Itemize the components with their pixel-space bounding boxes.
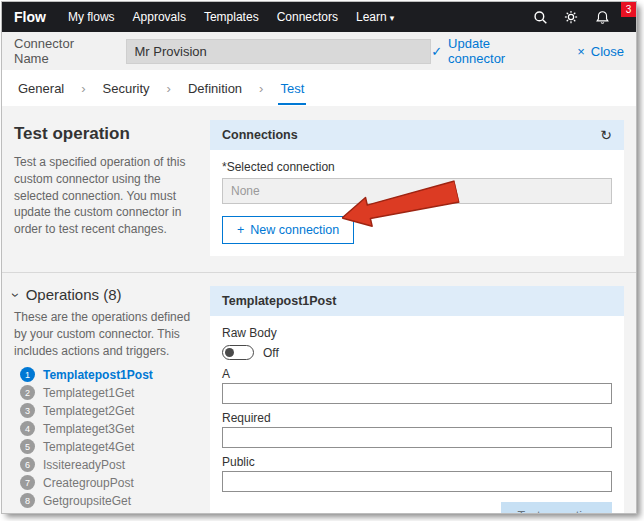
connector-header-bar: Connector Name ✓Update connector ×Close bbox=[2, 32, 636, 70]
operation-panel-header: Templatepost1Post bbox=[210, 286, 624, 316]
operation-item-templateget1get[interactable]: 2Templateget1Get bbox=[20, 385, 196, 400]
new-connection-button[interactable]: +New connection bbox=[222, 216, 354, 244]
field-label-required: Required bbox=[222, 411, 612, 425]
operation-number-badge: 4 bbox=[20, 421, 35, 436]
top-navigation-bar: Flow My flows Approvals Templates Connec… bbox=[2, 2, 636, 32]
close-button[interactable]: ×Close bbox=[577, 44, 624, 59]
connector-wizard-tabs: General › Security › Definition › Test bbox=[2, 70, 636, 106]
operation-number-badge: 7 bbox=[20, 475, 35, 490]
tab-definition[interactable]: Definition bbox=[186, 71, 244, 105]
raw-body-label: Raw Body bbox=[222, 326, 612, 340]
tab-general[interactable]: General bbox=[16, 71, 66, 105]
new-connection-label: New connection bbox=[250, 223, 339, 237]
flow-brand-logo[interactable]: Flow bbox=[14, 9, 46, 25]
selected-connection-label: *Selected connection bbox=[222, 160, 612, 174]
connections-panel-title: Connections bbox=[222, 128, 298, 142]
field-input-a[interactable] bbox=[222, 383, 612, 404]
operation-item-issitereadypost[interactable]: 6IssitereadyPost bbox=[20, 457, 196, 472]
update-connector-label: Update connector bbox=[448, 36, 549, 66]
operation-item-templatepost1post[interactable]: 1Templatepost1Post bbox=[20, 367, 196, 382]
operation-number-badge: 6 bbox=[20, 457, 35, 472]
operation-item-creategrouppost[interactable]: 7CreategroupPost bbox=[20, 475, 196, 490]
operation-number-badge: 5 bbox=[20, 439, 35, 454]
chevron-right-icon: › bbox=[167, 81, 171, 96]
operation-panel-title: Templatepost1Post bbox=[222, 294, 336, 308]
chevron-right-icon: › bbox=[81, 81, 85, 96]
operation-item-templateget2get[interactable]: 3Templateget2Get bbox=[20, 403, 196, 418]
operations-section: ›Operations (8) These are the operations… bbox=[14, 286, 624, 514]
raw-body-toggle-row: Off bbox=[222, 345, 612, 360]
operation-test-panel: Templatepost1Post Raw Body Off A Require… bbox=[210, 286, 624, 514]
update-connector-button[interactable]: ✓Update connector bbox=[431, 36, 549, 66]
nav-item-learn[interactable]: Learn▾ bbox=[356, 10, 394, 24]
gear-icon[interactable] bbox=[563, 9, 579, 25]
operation-item-label: Templatepost1Post bbox=[43, 368, 153, 382]
operations-description: These are the operations defined by your… bbox=[14, 309, 196, 359]
operations-title: Operations (8) bbox=[26, 286, 122, 303]
check-icon: ✓ bbox=[431, 44, 442, 59]
nav-item-my-flows[interactable]: My flows bbox=[68, 10, 115, 24]
chevron-down-icon: › bbox=[8, 292, 24, 297]
bell-icon[interactable] bbox=[594, 9, 610, 25]
connections-panel-body: *Selected connection +New connection bbox=[210, 150, 624, 256]
nav-item-connectors[interactable]: Connectors bbox=[277, 10, 338, 24]
close-label: Close bbox=[591, 44, 624, 59]
operation-item-templateget4get[interactable]: 5Templateget4Get bbox=[20, 439, 196, 454]
operation-item-label: Templateget2Get bbox=[43, 404, 134, 418]
raw-body-toggle[interactable] bbox=[222, 345, 254, 360]
test-operation-section: Test operation Test a specified operatio… bbox=[14, 120, 624, 256]
operation-item-label: IssitereadyPost bbox=[43, 458, 125, 472]
operation-item-label: GetgroupsiteGet bbox=[43, 494, 131, 508]
operation-panel-actions: Test operation bbox=[222, 502, 612, 514]
connector-name-label: Connector Name bbox=[14, 36, 112, 66]
flow-connector-window: 3 Flow My flows Approvals Templates Conn… bbox=[1, 1, 637, 514]
toggle-knob bbox=[225, 348, 234, 357]
selected-connection-input bbox=[222, 178, 612, 204]
tab-security[interactable]: Security bbox=[101, 71, 152, 105]
operation-number-badge: 1 bbox=[20, 367, 35, 382]
nav-item-approvals[interactable]: Approvals bbox=[133, 10, 186, 24]
operation-number-badge: 8 bbox=[20, 493, 35, 508]
nav-item-templates[interactable]: Templates bbox=[204, 10, 259, 24]
search-icon[interactable] bbox=[532, 9, 548, 25]
operations-info: ›Operations (8) These are the operations… bbox=[14, 286, 210, 511]
section-divider bbox=[2, 272, 636, 273]
connector-bar-actions: ✓Update connector ×Close bbox=[431, 36, 624, 66]
connector-name-input[interactable] bbox=[126, 39, 432, 64]
plus-icon: + bbox=[237, 223, 244, 237]
operation-item-label: Templateget1Get bbox=[43, 386, 134, 400]
operation-item-getgroupsiteget[interactable]: 8GetgroupsiteGet bbox=[20, 493, 196, 508]
field-input-public[interactable] bbox=[222, 471, 612, 492]
field-label-a: A bbox=[222, 367, 612, 381]
learn-label: Learn bbox=[356, 10, 387, 24]
test-operation-title: Test operation bbox=[14, 124, 196, 144]
notification-count-badge: 3 bbox=[621, 2, 636, 17]
operation-number-badge: 3 bbox=[20, 403, 35, 418]
page-content: Test operation Test a specified operatio… bbox=[2, 106, 636, 514]
operation-item-label: Templateget4Get bbox=[43, 440, 134, 454]
field-input-required[interactable] bbox=[222, 427, 612, 448]
connections-panel: Connections ↻ *Selected connection +New … bbox=[210, 120, 624, 256]
refresh-icon[interactable]: ↻ bbox=[600, 127, 612, 143]
tab-test[interactable]: Test bbox=[278, 71, 306, 105]
field-label-public: Public bbox=[222, 455, 612, 469]
test-operation-button[interactable]: Test operation bbox=[501, 502, 612, 514]
operation-panel-body: Raw Body Off A Required Public Test oper… bbox=[210, 316, 624, 514]
operation-number-badge: 2 bbox=[20, 385, 35, 400]
toggle-state-label: Off bbox=[263, 346, 279, 360]
chevron-right-icon: › bbox=[259, 81, 263, 96]
connections-panel-header: Connections ↻ bbox=[210, 120, 624, 150]
operation-item-templateget3get[interactable]: 4Templateget3Get bbox=[20, 421, 196, 436]
operation-item-label: Templateget3Get bbox=[43, 422, 134, 436]
topbar-icon-group bbox=[532, 9, 624, 25]
close-icon: × bbox=[577, 44, 585, 59]
operations-list: 1Templatepost1Post 2Templateget1Get 3Tem… bbox=[14, 367, 196, 508]
operations-heading[interactable]: ›Operations (8) bbox=[14, 286, 196, 303]
test-operation-info: Test operation Test a specified operatio… bbox=[14, 120, 210, 238]
caret-down-icon: ▾ bbox=[390, 13, 395, 23]
operation-item-label: CreategroupPost bbox=[43, 476, 134, 490]
test-operation-description: Test a specified operation of this custo… bbox=[14, 154, 196, 238]
